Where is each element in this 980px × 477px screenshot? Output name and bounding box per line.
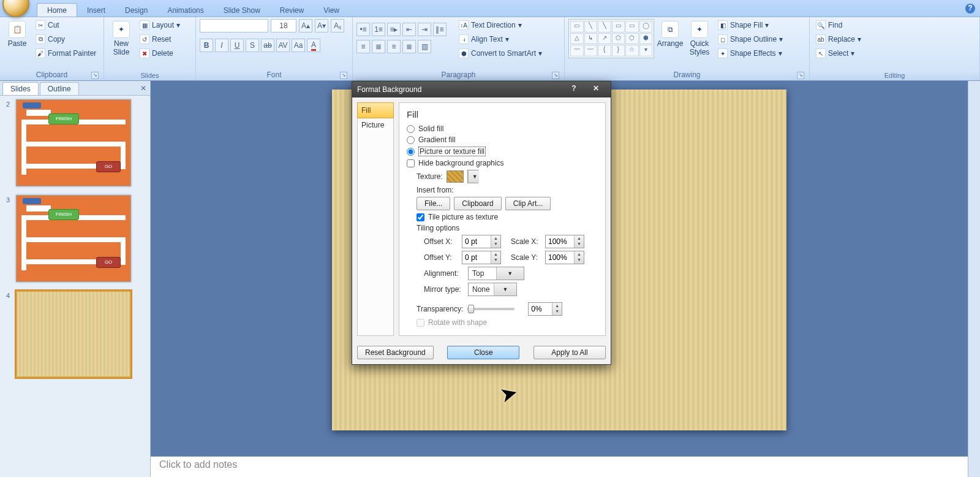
numbering-button[interactable]: 1≡ (372, 23, 385, 36)
change-case-button[interactable]: Aa (292, 39, 305, 52)
bold-button[interactable]: B (200, 39, 213, 52)
tab-review[interactable]: Review (270, 4, 314, 17)
offset-x-input[interactable]: ▲▼ (462, 235, 501, 248)
smartart-button[interactable]: ⬢Convert to SmartArt ▾ (456, 47, 560, 59)
arrange-button[interactable]: ⧉Arrange (657, 19, 684, 70)
line-spacing-button[interactable]: ‖≡ (433, 23, 447, 36)
check-tile[interactable] (417, 213, 424, 221)
reset-background-button[interactable]: Reset Background (357, 346, 434, 359)
thumbnail-2[interactable]: 2 FINISH GO (6, 99, 144, 186)
align-center-button[interactable]: ≣ (372, 40, 385, 53)
font-color-button[interactable]: A (307, 39, 320, 52)
align-text-button[interactable]: ⫞Align Text ▾ (456, 33, 560, 45)
shape-outline-button[interactable]: ◻Shape Outline ▾ (715, 33, 795, 45)
close-dialog-button[interactable]: Close (447, 346, 519, 359)
alignment-combo[interactable]: Top left▼ (468, 267, 524, 280)
group-drawing-label: Drawing↘ (568, 70, 805, 80)
tab-animations[interactable]: Animations (157, 4, 213, 17)
pane-close-icon[interactable]: ✕ (140, 84, 146, 93)
radio-gradient-fill[interactable] (407, 136, 415, 144)
shrink-font-button[interactable]: A▾ (315, 19, 328, 32)
texture-swatch[interactable] (447, 170, 464, 183)
notes-pane[interactable]: Click to add notes (151, 456, 968, 477)
copy-button[interactable]: ⧉Copy (33, 33, 99, 45)
thumbnail-4[interactable]: 4 (6, 291, 144, 378)
shadow-button[interactable]: S (246, 39, 259, 52)
paste-label: Paste (8, 39, 27, 48)
pane-tab-outline[interactable]: Outline (40, 82, 79, 95)
bullets-button[interactable]: •≡ (356, 23, 370, 36)
align-right-button[interactable]: ≡ (387, 40, 401, 53)
reset-button[interactable]: ↺Reset (137, 33, 183, 45)
grow-font-button[interactable]: A▴ (299, 19, 312, 32)
tab-design[interactable]: Design (115, 4, 157, 17)
thumbnail-list: 2 FINISH GO 3 FINISH GO 4 (0, 96, 150, 477)
clipboard-launcher[interactable]: ↘ (91, 72, 99, 79)
transparency-input[interactable]: ▲▼ (528, 302, 562, 316)
strike-button[interactable]: ab (261, 39, 274, 52)
layout-button[interactable]: ▦Layout ▾ (137, 19, 183, 31)
insert-file-button[interactable]: File... (417, 197, 450, 210)
scale-x-input[interactable]: ▲▼ (545, 235, 584, 248)
tab-view[interactable]: View (314, 4, 349, 17)
ribbon: 📋 Paste ✂Cut ⧉Copy 🖌Format Painter Clipb… (0, 17, 980, 81)
category-picture[interactable]: Picture (358, 118, 393, 132)
offset-y-input[interactable]: ▲▼ (462, 251, 501, 264)
smartart-icon: ⬢ (459, 48, 469, 58)
columns-button[interactable]: ▥ (418, 40, 431, 53)
select-button[interactable]: ↖Select ▾ (813, 47, 864, 59)
tab-home[interactable]: Home (37, 3, 77, 17)
radio-solid-fill[interactable] (407, 125, 415, 133)
scale-y-input[interactable]: ▲▼ (545, 251, 584, 264)
dialog-close-button[interactable]: ✕ (586, 84, 606, 95)
paragraph-launcher[interactable]: ↘ (552, 72, 559, 79)
radio-picture-fill[interactable] (407, 148, 415, 156)
vertical-scrollbar[interactable] (968, 81, 980, 477)
shape-fill-button[interactable]: ◧Shape Fill ▾ (715, 19, 795, 31)
char-spacing-button[interactable]: AV (276, 39, 290, 52)
italic-button[interactable]: I (215, 39, 228, 52)
align-left-button[interactable]: ≡ (356, 40, 370, 53)
font-size-combo[interactable]: 18 (271, 19, 296, 32)
tab-insert[interactable]: Insert (77, 4, 115, 17)
check-hide-graphics[interactable] (407, 159, 415, 167)
texture-dropdown[interactable]: ▼ (467, 170, 478, 183)
new-slide-button[interactable]: ✦ New Slide (108, 19, 135, 71)
underline-button[interactable]: U (230, 39, 244, 52)
justify-button[interactable]: ≣ (402, 40, 416, 53)
find-button[interactable]: 🔍Find (813, 19, 864, 31)
dec-indent-button[interactable]: ⇤ (402, 23, 416, 36)
dialog-titlebar[interactable]: Format Background ? ✕ (352, 82, 611, 97)
insert-clipart-button[interactable]: Clip Art... (505, 197, 551, 210)
go-badge: GO (96, 257, 121, 268)
mirror-combo[interactable]: None▼ (468, 283, 517, 296)
paste-button[interactable]: 📋 Paste (4, 19, 31, 70)
clear-format-button[interactable]: Aᵪ (331, 19, 344, 32)
insert-clipboard-button[interactable]: Clipboard (454, 197, 501, 210)
tab-slideshow[interactable]: Slide Show (214, 4, 270, 17)
text-direction-button[interactable]: ↕AText Direction ▾ (456, 19, 560, 31)
drawing-launcher[interactable]: ↘ (797, 72, 804, 79)
category-fill[interactable]: Fill (357, 102, 394, 118)
arrange-icon: ⧉ (662, 21, 679, 38)
font-name-combo[interactable] (200, 19, 268, 32)
font-launcher[interactable]: ↘ (340, 72, 347, 79)
cut-button[interactable]: ✂Cut (33, 19, 99, 31)
pane-tab-slides[interactable]: Slides (2, 82, 39, 95)
quick-styles-button[interactable]: ✦Quick Styles (686, 19, 713, 70)
apply-to-all-button[interactable]: Apply to All (533, 346, 606, 359)
dialog-help-button[interactable]: ? (564, 84, 584, 95)
format-painter-button[interactable]: 🖌Format Painter (33, 47, 99, 59)
replace-button[interactable]: abReplace ▾ (813, 33, 864, 45)
shapes-gallery[interactable]: ▭╲╲▭▭◯ △↳↗⬠⬡⬢ 〰〰{}☆▾ (568, 19, 654, 58)
shape-effects-button[interactable]: ✦Shape Effects ▾ (715, 47, 795, 59)
help-icon[interactable]: ? (965, 4, 975, 13)
slide-panel: Slides Outline ✕ 2 FINISH GO 3 FINISH GO (0, 81, 151, 477)
inc-indent-button[interactable]: ⇥ (418, 23, 431, 36)
find-icon: 🔍 (816, 20, 826, 30)
thumbnail-3[interactable]: 3 FINISH GO (6, 195, 144, 282)
delete-button[interactable]: ✖Delete (137, 47, 183, 59)
transparency-slider[interactable] (467, 308, 514, 310)
office-button[interactable] (2, 0, 29, 17)
multilevel-button[interactable]: ≡▸ (387, 23, 401, 36)
